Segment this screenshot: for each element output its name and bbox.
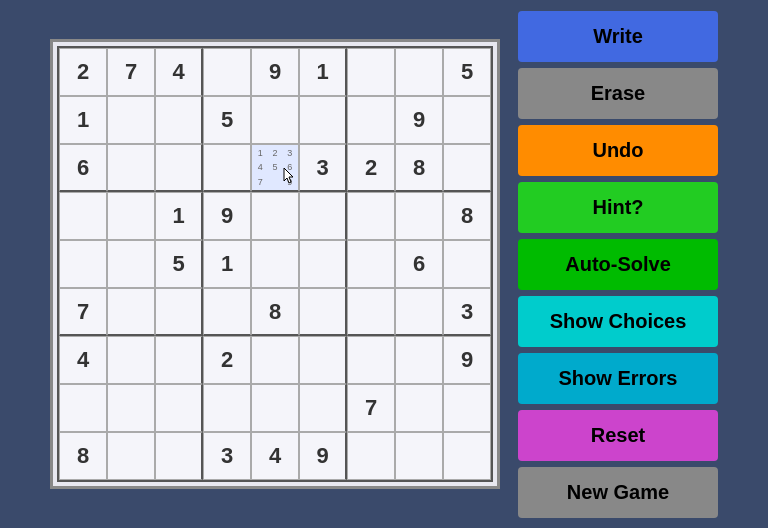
undo-button[interactable]: Undo — [518, 125, 718, 176]
cell-7-8[interactable] — [443, 384, 491, 432]
showerrors-button[interactable]: Show Errors — [518, 353, 718, 404]
cell-5-6[interactable] — [347, 288, 395, 336]
cell-4-6[interactable] — [347, 240, 395, 288]
cell-1-2[interactable] — [155, 96, 203, 144]
cell-5-7[interactable] — [395, 288, 443, 336]
cell-8-3[interactable]: 3 — [203, 432, 251, 480]
cell-0-2[interactable]: 4 — [155, 48, 203, 96]
cell-8-7[interactable] — [395, 432, 443, 480]
cell-6-1[interactable] — [107, 336, 155, 384]
cell-0-8[interactable]: 5 — [443, 48, 491, 96]
cell-7-2[interactable] — [155, 384, 203, 432]
cell-8-8[interactable] — [443, 432, 491, 480]
cell-2-2[interactable] — [155, 144, 203, 192]
cell-7-5[interactable] — [299, 384, 347, 432]
grid-wrapper: 27491515961234567932819851678342978349 — [50, 39, 500, 489]
cell-6-8[interactable]: 9 — [443, 336, 491, 384]
cell-2-7[interactable]: 8 — [395, 144, 443, 192]
cell-0-6[interactable] — [347, 48, 395, 96]
cell-5-0[interactable]: 7 — [59, 288, 107, 336]
cell-8-4[interactable]: 4 — [251, 432, 299, 480]
main-container: 27491515961234567932819851678342978349 W… — [30, 0, 738, 528]
erase-button[interactable]: Erase — [518, 68, 718, 119]
cell-0-1[interactable]: 7 — [107, 48, 155, 96]
cell-8-0[interactable]: 8 — [59, 432, 107, 480]
cell-4-5[interactable] — [299, 240, 347, 288]
cell-4-2[interactable]: 5 — [155, 240, 203, 288]
write-button[interactable]: Write — [518, 11, 718, 62]
cell-6-2[interactable] — [155, 336, 203, 384]
cell-6-0[interactable]: 4 — [59, 336, 107, 384]
cell-6-6[interactable] — [347, 336, 395, 384]
cell-3-7[interactable] — [395, 192, 443, 240]
cell-1-6[interactable] — [347, 96, 395, 144]
cell-0-7[interactable] — [395, 48, 443, 96]
cell-6-3[interactable]: 2 — [203, 336, 251, 384]
sudoku-grid[interactable]: 27491515961234567932819851678342978349 — [57, 46, 493, 482]
cell-3-5[interactable] — [299, 192, 347, 240]
buttons-panel: WriteEraseUndoHint?Auto-SolveShow Choice… — [518, 11, 718, 518]
cell-4-4[interactable] — [251, 240, 299, 288]
cell-3-1[interactable] — [107, 192, 155, 240]
hint-button[interactable]: Hint? — [518, 182, 718, 233]
showchoices-button[interactable]: Show Choices — [518, 296, 718, 347]
cell-2-0[interactable]: 6 — [59, 144, 107, 192]
cell-1-0[interactable]: 1 — [59, 96, 107, 144]
cell-8-5[interactable]: 9 — [299, 432, 347, 480]
cell-1-7[interactable]: 9 — [395, 96, 443, 144]
cell-3-2[interactable]: 1 — [155, 192, 203, 240]
cell-6-5[interactable] — [299, 336, 347, 384]
cell-4-1[interactable] — [107, 240, 155, 288]
cell-5-5[interactable] — [299, 288, 347, 336]
cell-5-1[interactable] — [107, 288, 155, 336]
cell-2-6[interactable]: 2 — [347, 144, 395, 192]
cell-0-3[interactable] — [203, 48, 251, 96]
newgame-button[interactable]: New Game — [518, 467, 718, 518]
cell-7-6[interactable]: 7 — [347, 384, 395, 432]
cell-3-4[interactable] — [251, 192, 299, 240]
cell-3-8[interactable]: 8 — [443, 192, 491, 240]
cell-0-0[interactable]: 2 — [59, 48, 107, 96]
cell-5-4[interactable]: 8 — [251, 288, 299, 336]
cell-4-3[interactable]: 1 — [203, 240, 251, 288]
cell-5-2[interactable] — [155, 288, 203, 336]
cell-3-0[interactable] — [59, 192, 107, 240]
cell-0-5[interactable]: 1 — [299, 48, 347, 96]
cell-7-3[interactable] — [203, 384, 251, 432]
cell-4-0[interactable] — [59, 240, 107, 288]
cell-8-6[interactable] — [347, 432, 395, 480]
reset-button[interactable]: Reset — [518, 410, 718, 461]
cell-6-7[interactable] — [395, 336, 443, 384]
cell-7-4[interactable] — [251, 384, 299, 432]
cell-1-3[interactable]: 5 — [203, 96, 251, 144]
cell-3-3[interactable]: 9 — [203, 192, 251, 240]
cell-1-1[interactable] — [107, 96, 155, 144]
cell-2-1[interactable] — [107, 144, 155, 192]
cell-8-2[interactable] — [155, 432, 203, 480]
cell-4-8[interactable] — [443, 240, 491, 288]
autosolve-button[interactable]: Auto-Solve — [518, 239, 718, 290]
cell-0-4[interactable]: 9 — [251, 48, 299, 96]
cell-7-7[interactable] — [395, 384, 443, 432]
cell-1-8[interactable] — [443, 96, 491, 144]
cell-5-8[interactable]: 3 — [443, 288, 491, 336]
cell-2-5[interactable]: 3 — [299, 144, 347, 192]
cell-1-5[interactable] — [299, 96, 347, 144]
cell-3-6[interactable] — [347, 192, 395, 240]
cell-2-8[interactable] — [443, 144, 491, 192]
cell-4-7[interactable]: 6 — [395, 240, 443, 288]
cell-2-3[interactable] — [203, 144, 251, 192]
cell-7-0[interactable] — [59, 384, 107, 432]
cell-1-4[interactable] — [251, 96, 299, 144]
cell-2-4[interactable]: 12345679 — [251, 144, 299, 192]
cell-6-4[interactable] — [251, 336, 299, 384]
cell-7-1[interactable] — [107, 384, 155, 432]
cell-5-3[interactable] — [203, 288, 251, 336]
cell-8-1[interactable] — [107, 432, 155, 480]
